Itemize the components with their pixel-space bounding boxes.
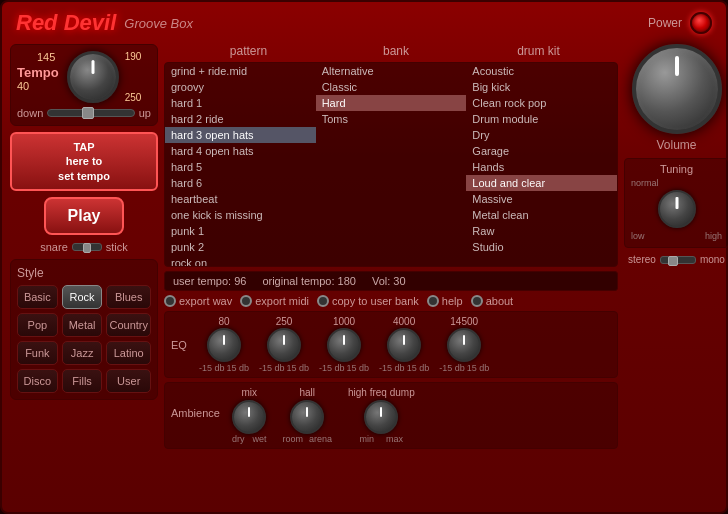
copy-to-user-bank-radio[interactable] — [317, 295, 329, 307]
drumkit-item[interactable]: Studio — [466, 239, 617, 255]
bank-item[interactable]: Toms — [316, 111, 467, 127]
play-button[interactable]: Play — [44, 197, 124, 235]
arena-label: arena — [309, 434, 332, 444]
pattern-item[interactable]: groovy — [165, 79, 316, 95]
drumkit-item[interactable]: Clean rock pop — [466, 95, 617, 111]
bank-list[interactable]: AlternativeClassicHardToms — [316, 63, 467, 266]
bank-item[interactable]: Hard — [316, 95, 467, 111]
volume-knob[interactable] — [632, 44, 722, 134]
tempo-knob[interactable] — [67, 51, 119, 103]
drumkit-item[interactable]: Dry — [466, 127, 617, 143]
export-midi-radio[interactable] — [240, 295, 252, 307]
pattern-item[interactable]: one kick is missing — [165, 207, 316, 223]
export-midi-item[interactable]: export midi — [240, 295, 309, 307]
eq-band-4000: 4000-15 db15 db — [379, 316, 429, 373]
pattern-item[interactable]: hard 5 — [165, 159, 316, 175]
style-btn-pop[interactable]: Pop — [17, 313, 58, 337]
list-area: grind + ride.midgroovyhard 1hard 2 rideh… — [164, 62, 618, 267]
power-button[interactable] — [690, 12, 712, 34]
export-wav-item[interactable]: export wav — [164, 295, 232, 307]
style-btn-rock[interactable]: Rock — [62, 285, 103, 309]
mix-knob[interactable] — [232, 400, 266, 434]
pattern-item[interactable]: heartbeat — [165, 191, 316, 207]
eq-knob-14500[interactable] — [447, 328, 481, 362]
volume-label: Volume — [656, 138, 696, 152]
drumkit-item[interactable]: Garage — [466, 143, 617, 159]
mix-knob-sub — [232, 400, 266, 434]
copy-to-user-bank-item[interactable]: copy to user bank — [317, 295, 419, 307]
eq-knob-1000[interactable] — [327, 328, 361, 362]
snare-section: snare stick — [40, 241, 128, 253]
eq-freq-label: 1000 — [333, 316, 355, 327]
pattern-item[interactable]: hard 4 open hats — [165, 143, 316, 159]
tap-line1: TAP — [73, 141, 94, 153]
eq-knob-80[interactable] — [207, 328, 241, 362]
style-btn-funk[interactable]: Funk — [17, 341, 58, 365]
export-wav-label: export wav — [179, 295, 232, 307]
tempo-section: 145 Tempo 40 190 250 down up — [10, 44, 158, 126]
eq-label: EQ — [171, 339, 187, 351]
drumkit-item[interactable]: Massive — [466, 191, 617, 207]
pattern-item[interactable]: grind + ride.mid — [165, 63, 316, 79]
help-item[interactable]: help — [427, 295, 463, 307]
help-radio[interactable] — [427, 295, 439, 307]
tempo-label: Tempo — [17, 65, 59, 80]
snare-label: snare — [40, 241, 68, 253]
drumkit-item[interactable]: Metal clean — [466, 207, 617, 223]
export-midi-label: export midi — [255, 295, 309, 307]
hfd-max-label: max — [386, 434, 403, 444]
pattern-list[interactable]: grind + ride.midgroovyhard 1hard 2 rideh… — [165, 63, 316, 266]
style-btn-basic[interactable]: Basic — [17, 285, 58, 309]
eq-knob-4000[interactable] — [387, 328, 421, 362]
drumkit-item[interactable]: Acoustic — [466, 63, 617, 79]
style-btn-user[interactable]: User — [106, 369, 151, 393]
pattern-item[interactable]: hard 1 — [165, 95, 316, 111]
stereo-label: stereo — [628, 254, 656, 265]
export-wav-radio[interactable] — [164, 295, 176, 307]
tap-button[interactable]: TAP here to set tempo — [10, 132, 158, 191]
bank-item[interactable]: Alternative — [316, 63, 467, 79]
drumkit-list[interactable]: AcousticBig kickClean rock popDrum modul… — [466, 63, 617, 266]
dry-label: dry — [232, 434, 245, 444]
list-header: pattern bank drum kit — [164, 44, 618, 58]
style-btn-disco[interactable]: Disco — [17, 369, 58, 393]
ambience-section: Ambience mix dry we — [164, 382, 618, 449]
stereo-mono-slider[interactable] — [660, 256, 696, 264]
style-btn-blues[interactable]: Blues — [106, 285, 151, 309]
about-radio[interactable] — [471, 295, 483, 307]
style-btn-jazz[interactable]: Jazz — [62, 341, 103, 365]
hfd-knob[interactable] — [364, 400, 398, 434]
drumkit-item[interactable]: Loud and clear — [466, 175, 617, 191]
style-btn-latino[interactable]: Latino — [106, 341, 151, 365]
eq-knob-250[interactable] — [267, 328, 301, 362]
stereo-mono-thumb — [668, 256, 678, 266]
style-btn-metal[interactable]: Metal — [62, 313, 103, 337]
snare-slider[interactable] — [72, 243, 102, 251]
tuning-low-high: low high — [631, 231, 722, 241]
pattern-item[interactable]: punk 2 — [165, 239, 316, 255]
ambience-groups: mix dry wet — [232, 387, 415, 444]
about-item[interactable]: about — [471, 295, 514, 307]
tuning-knob[interactable] — [658, 190, 696, 228]
bank-item[interactable]: Classic — [316, 79, 467, 95]
pattern-item[interactable]: punk 1 — [165, 223, 316, 239]
drumkit-item[interactable]: Big kick — [466, 79, 617, 95]
controls-bar: export wav export midi copy to user bank… — [164, 295, 618, 307]
style-btn-country[interactable]: Country — [106, 313, 151, 337]
drumkit-item[interactable]: Hands — [466, 159, 617, 175]
eq-db-high: 15 db — [347, 363, 370, 373]
pattern-item[interactable]: hard 6 — [165, 175, 316, 191]
style-btn-fills[interactable]: Fills — [62, 369, 103, 393]
hall-knob[interactable] — [290, 400, 324, 434]
pattern-item[interactable]: hard 3 open hats — [165, 127, 316, 143]
status-bar: user tempo: 96 original tempo: 180 Vol: … — [164, 271, 618, 291]
up-label: up — [139, 107, 151, 119]
pattern-item[interactable]: rock on — [165, 255, 316, 266]
drumkit-item[interactable]: Raw — [466, 223, 617, 239]
drumkit-item[interactable]: Drum module — [466, 111, 617, 127]
tuning-labels: normal — [631, 178, 722, 188]
app-title: Red Devil — [16, 10, 116, 36]
pattern-item[interactable]: hard 2 ride — [165, 111, 316, 127]
high-freq-dump-title: high freq dump — [348, 387, 415, 398]
tempo-slider[interactable] — [47, 109, 134, 117]
